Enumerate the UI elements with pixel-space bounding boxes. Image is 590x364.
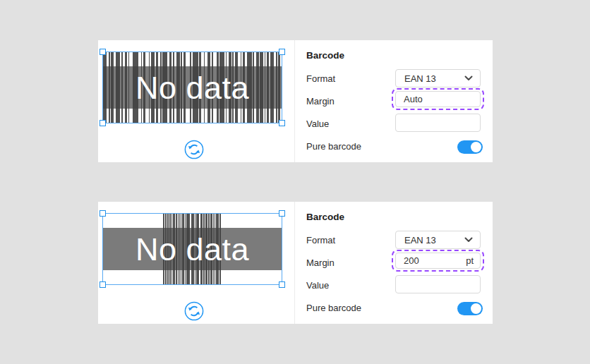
- value-label: Value: [306, 280, 329, 291]
- selection-handle-bottom-right[interactable]: [279, 281, 285, 288]
- selection-handle-top-right[interactable]: [279, 210, 285, 217]
- format-selected-value: EAN 13: [404, 73, 436, 84]
- barcode-properties-panel: Barcode Format EAN 13 Margin pt Value Pu…: [295, 202, 493, 324]
- barcode-selection-frame[interactable]: No data: [102, 213, 282, 285]
- barcode-preview-pane: No data: [98, 202, 295, 324]
- margin-label: Margin: [306, 257, 335, 268]
- pure-barcode-label: Pure barcode: [306, 303, 361, 313]
- refresh-icon: [184, 140, 204, 159]
- no-data-label: No data: [136, 233, 249, 265]
- format-select[interactable]: EAN 13: [395, 231, 481, 249]
- format-label: Format: [306, 235, 335, 245]
- no-data-overlay-band: No data: [103, 228, 282, 270]
- refresh-icon: [184, 301, 204, 321]
- refresh-button[interactable]: [184, 301, 204, 321]
- barcode-widget-card-auto: No data Barcode Format EAN 13 Ma: [98, 40, 493, 162]
- barcode-properties-panel: Barcode Format EAN 13 Margin Value Pure …: [295, 40, 493, 162]
- margin-input[interactable]: [395, 91, 481, 107]
- format-label: Format: [306, 73, 335, 84]
- format-selected-value: EAN 13: [404, 235, 436, 245]
- value-input[interactable]: [395, 275, 481, 293]
- no-data-overlay-band: No data: [103, 66, 282, 109]
- barcode-preview-pane: No data: [98, 40, 295, 162]
- margin-input[interactable]: [395, 253, 481, 269]
- format-select[interactable]: EAN 13: [395, 69, 481, 87]
- value-label: Value: [306, 119, 329, 129]
- pure-barcode-label: Pure barcode: [306, 141, 361, 152]
- pure-barcode-toggle[interactable]: [457, 140, 483, 154]
- panel-title: Barcode: [306, 212, 344, 222]
- pure-barcode-toggle[interactable]: [457, 302, 483, 315]
- selection-handle-top-left[interactable]: [100, 210, 106, 217]
- margin-label: Margin: [306, 96, 335, 107]
- panel-title: Barcode: [306, 50, 344, 61]
- barcode-selection-frame[interactable]: No data: [102, 51, 282, 123]
- refresh-button[interactable]: [184, 140, 204, 159]
- value-input[interactable]: [395, 114, 481, 132]
- no-data-label: No data: [136, 72, 249, 104]
- selection-handle-top-right[interactable]: [279, 49, 285, 55]
- toggle-knob: [471, 303, 481, 314]
- toggle-knob: [471, 142, 481, 152]
- chevron-down-icon: [464, 75, 473, 81]
- selection-handle-bottom-left[interactable]: [100, 120, 106, 126]
- barcode-widget-card-200pt: No data Barcode Format EAN 13 Ma: [98, 202, 493, 324]
- chevron-down-icon: [464, 237, 473, 243]
- selection-handle-bottom-left[interactable]: [100, 281, 106, 288]
- selection-handle-bottom-right[interactable]: [279, 120, 285, 126]
- selection-handle-top-left[interactable]: [100, 49, 106, 55]
